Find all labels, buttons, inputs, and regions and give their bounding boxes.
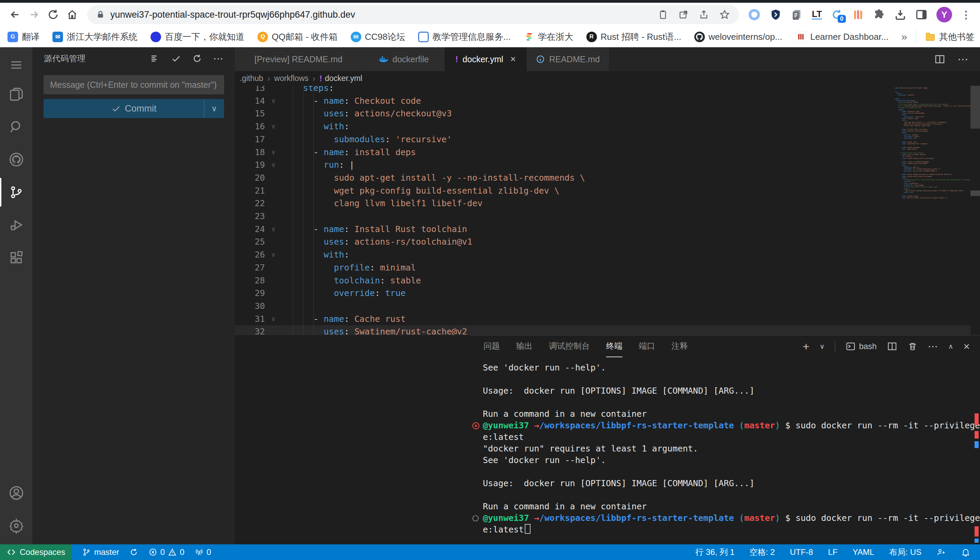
split-terminal-icon[interactable] (887, 341, 897, 352)
commit-check-icon[interactable] (171, 53, 181, 63)
fold-chevron-icon[interactable]: ∨ (268, 248, 279, 261)
code-line[interactable]: uses: Swatinem/rust-cache@v2 (283, 325, 891, 335)
language-mode[interactable]: YAML (853, 547, 875, 557)
forward-button[interactable] (25, 5, 43, 24)
kill-terminal-trash-icon[interactable] (908, 341, 918, 352)
bookmark-item[interactable]: 98CC98论坛 (351, 31, 405, 43)
code-line[interactable]: uses: actions-rs/toolchain@v1 (283, 235, 891, 248)
encoding[interactable]: UTF-8 (790, 547, 813, 557)
code-line[interactable]: with: (283, 248, 891, 261)
bookmark-item[interactable]: 教学管理信息服务... (418, 31, 511, 43)
side-panel-icon[interactable] (915, 8, 928, 21)
clipboard-icon[interactable] (658, 10, 668, 20)
sidebar-item-extensions[interactable] (0, 243, 32, 272)
indentation[interactable]: 空格: 2 (749, 547, 775, 558)
bookmark-item[interactable]: 学在浙大 (524, 31, 574, 43)
sync-extension-icon[interactable]: 0 (831, 8, 843, 21)
browser-menu-icon[interactable]: ⋮ (961, 9, 971, 21)
puzzle-extensions-icon[interactable] (873, 8, 885, 21)
remote-indicator-codespaces[interactable]: Codespaces (0, 544, 72, 560)
close-panel-icon[interactable]: × (963, 340, 970, 353)
bookmark-item[interactable]: QQQ邮箱 - 收件箱 (258, 31, 338, 43)
fold-chevron-icon[interactable]: ∨ (268, 146, 279, 159)
code-line[interactable]: sudo apt-get install -y --no-install-rec… (283, 172, 891, 184)
bookmarks-overflow-button[interactable]: » (901, 31, 907, 43)
reload-button[interactable] (43, 5, 63, 24)
close-tab-icon[interactable]: × (510, 54, 516, 65)
split-editor-icon[interactable] (934, 54, 945, 65)
bookmark-item[interactable]: weloveinterns/op... (694, 32, 783, 42)
url-text[interactable]: yunwei37-potential-space-trout-rpr5qwj66… (110, 10, 651, 20)
branch-indicator[interactable]: master (82, 547, 119, 557)
fold-chevron-icon[interactable]: ∨ (268, 95, 279, 108)
fold-chevron-icon[interactable]: ∨ (268, 158, 279, 172)
editor-tab-readme-md[interactable]: README.md (527, 47, 609, 71)
keyboard-layout[interactable]: 布局: US (889, 547, 921, 558)
ports-indicator[interactable]: 0 (195, 547, 211, 557)
bookmark-item[interactable]: RRust 招聘 - Rust语... (586, 31, 681, 43)
panel-tab-端口[interactable]: 端口 (639, 335, 655, 357)
bookmark-star-icon[interactable] (719, 9, 730, 20)
fold-chevron-icon[interactable]: ∨ (268, 313, 279, 326)
cursor-position[interactable]: 行 36, 列 1 (695, 547, 734, 558)
share-icon[interactable] (699, 10, 709, 20)
code-line[interactable]: steps: (283, 86, 891, 95)
breadcrumb-folder[interactable]: .github (240, 74, 263, 83)
code-line[interactable]: toolchain: stable (283, 274, 891, 287)
pencils-extension-icon[interactable] (852, 8, 864, 21)
code-line[interactable]: - name: install deps (283, 146, 891, 159)
code-line[interactable]: uses: actions/checkout@v3 (283, 107, 891, 120)
code-line[interactable]: wget pkg-config build-essential zlib1g-d… (283, 184, 891, 197)
editor-more-actions-icon[interactable]: ⋯ (958, 58, 968, 60)
commit-button[interactable]: Commit ∨ (43, 99, 224, 118)
refresh-icon[interactable] (192, 53, 202, 63)
bookmark-item[interactable]: ✉浙江大学邮件系统 (52, 31, 137, 43)
bookmark-item[interactable]: 百度一下，你就知道 (151, 31, 244, 43)
panel-tab-调试控制台[interactable]: 调试控制台 (549, 335, 590, 357)
more-actions-icon[interactable]: ⋯ (213, 57, 223, 60)
commit-message-input[interactable] (43, 75, 224, 94)
code-line[interactable]: run: | (283, 158, 891, 172)
fold-chevron-icon[interactable]: ∨ (268, 223, 279, 236)
new-terminal-icon[interactable]: + (803, 340, 809, 353)
editor-tab-dockerfile[interactable]: dockerfile (362, 47, 445, 71)
sidebar-item-search[interactable] (0, 113, 32, 141)
profile-avatar[interactable]: Y (937, 7, 952, 22)
code-line[interactable]: with: (283, 120, 891, 133)
sidebar-item-explorer[interactable] (0, 80, 32, 108)
notes-extension-icon[interactable] (791, 8, 803, 21)
sync-indicator[interactable] (129, 548, 138, 557)
sidebar-item-source-control[interactable] (0, 178, 32, 207)
panel-tab-输出[interactable]: 输出 (516, 335, 533, 357)
other-bookmarks-button[interactable]: 其他书签 (925, 31, 975, 43)
address-bar[interactable]: yunwei37-potential-space-trout-rpr5qwj66… (87, 5, 739, 24)
bookmark-item[interactable]: G翻译 (7, 31, 40, 43)
breadcrumb[interactable]: .github › workflows › ! docker.yml (235, 71, 980, 86)
fold-chevron-icon[interactable]: ∨ (268, 120, 279, 133)
minimap[interactable]: name: Build and publish docker image on:… (895, 87, 970, 199)
editor-scrollbar-thumb[interactable] (970, 86, 980, 128)
bookmark-item[interactable]: Learner Dashboar... (795, 31, 888, 43)
feedback-icon[interactable] (937, 547, 946, 557)
code-line[interactable]: clang llvm libelf1 libelf-dev (283, 197, 891, 210)
menu-icon[interactable] (0, 51, 32, 79)
editor-tab-docker-yml[interactable]: !docker.yml× (445, 47, 527, 71)
code-line[interactable]: profile: minimal (283, 261, 891, 274)
panel-more-actions-icon[interactable]: ⋯ (928, 345, 938, 348)
code-line[interactable]: override: true (283, 287, 891, 300)
sidebar-item-run-debug[interactable] (0, 211, 32, 239)
open-in-new-icon[interactable] (678, 10, 689, 20)
view-as-list-icon[interactable] (150, 53, 160, 63)
sidebar-item-github[interactable] (0, 145, 32, 174)
breadcrumb-folder[interactable]: workflows (274, 74, 308, 83)
panel-tab-注释[interactable]: 注释 (672, 335, 688, 357)
languagetool-icon[interactable]: LT (812, 10, 822, 20)
eol-sequence[interactable]: LF (828, 547, 838, 557)
code-line[interactable]: - name: Checkout code (283, 95, 891, 108)
panel-tab-问题[interactable]: 问题 (483, 335, 500, 357)
maximize-panel-icon[interactable]: ∧ (948, 342, 953, 350)
code-line[interactable]: - name: Cache rust (283, 313, 891, 326)
account-icon[interactable] (0, 479, 32, 507)
code-editor[interactable]: 1314∨1516∨1718∨19∨2021222324∨2526∨272829… (235, 86, 980, 335)
shield-extension-icon[interactable] (769, 8, 782, 21)
